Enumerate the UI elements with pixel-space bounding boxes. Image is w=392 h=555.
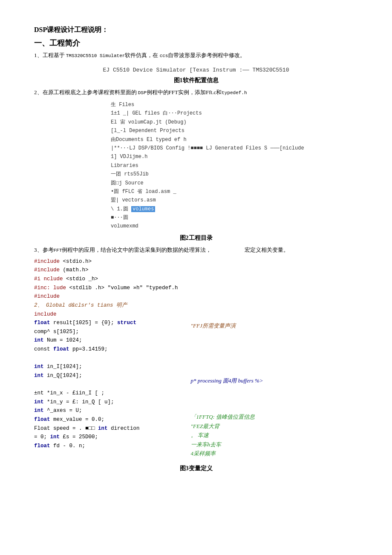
annot-fftq: 「1FFTQ: 值峰值位置信息 <box>191 412 263 421</box>
fig2-caption: 图2工程目录 <box>34 234 358 242</box>
tree-line-5: 由Documents El typed ef h <box>111 135 358 144</box>
code-line-18: float fd - 0. n; <box>34 442 178 451</box>
point3: 3、参考FFT例程中的应用，结合论文中的雷达采集到的数据的处理算法， 宏定义相关… <box>34 246 358 254</box>
code-line-10: int in_I[1024]; <box>34 362 178 371</box>
annot-spacer-13 <box>191 385 263 394</box>
code-line-13: int *in_y = £: in_Q [ u]; <box>34 398 178 407</box>
point2-prefix: 2、在原工程根底之上参考课程资料里面的 <box>34 89 138 95</box>
code-line-14: int ^_axes = U; <box>34 406 178 415</box>
annot-spacer-7 <box>191 312 263 321</box>
annot-spacer-3 <box>191 276 263 285</box>
annot-spacer-2 <box>191 266 263 275</box>
code-annotations: "FFJ所需变量声演 p* processing 面4用 buffers %> … <box>191 257 263 458</box>
page-container: DSP课程设计工程说明： 一、工程简介 1、工程基于 TMS320C5510 S… <box>34 26 358 472</box>
code-line-9: const float pp=3.14159; <box>34 345 178 354</box>
annot-spacer-1 <box>191 257 263 266</box>
code-line-4: #inc: lude <stdlib .h> "volume »h" "type… <box>34 284 178 293</box>
tree-line-8: Libraries <box>111 161 358 170</box>
point1-text2: 自带波形显示参考例程中修改。 <box>168 52 245 58</box>
point2: 2、在原工程根底之上参考课程资料里面的 DSP例程中的FFT实例，添加Fft.c… <box>34 89 358 96</box>
code-line-15: float mex_value = 0.0; <box>34 415 178 424</box>
tree-line-14: ■···圆 <box>111 213 358 222</box>
code-line-17: = 0; int £s = 25D00; <box>34 433 178 442</box>
code-line-11: int in_Q[1024]; <box>34 371 178 380</box>
annot-spacer-6 <box>191 303 263 312</box>
point1-label: 1、工程基于 <box>34 52 66 58</box>
annot-spacer-9 <box>191 339 263 348</box>
tree-line-3: El 宙 volumCap.jt (Debug) <box>111 118 358 127</box>
tree-line-6: |**···LJ DSP/BIOS Config !■■■■ LJ Genera… <box>111 144 358 152</box>
annot-car: 一来车h去车 <box>191 440 263 449</box>
code-line-8: int Num = 1024; <box>34 336 178 345</box>
code-line-include2: include <box>34 310 178 319</box>
point2-typedef: typedef.h <box>222 90 247 95</box>
code-blank-1 <box>34 354 178 363</box>
fig3-caption: 图3变量定义 <box>34 465 358 472</box>
tree-line-7: 1] VDJijme.h <box>111 152 358 161</box>
code-line-7: comp^ s[1025]; <box>34 328 178 336</box>
annot-fez: "FEZ最大背 <box>191 422 263 431</box>
code-line-6: float result[1025] = {0}; struct <box>34 319 178 328</box>
tree-line-13: \ 1.圆 volumes <box>111 205 358 213</box>
section1-point1: 1、工程基于 TMS320C5510 Simulater软件仿真，在 ccs自带… <box>34 52 358 59</box>
tree-line-15: volumexmd <box>111 222 358 230</box>
point2-dsp: DSP <box>138 90 147 95</box>
tree-line-10: 圆□j Source <box>111 179 358 187</box>
code-section: #include <stdio.h> #include (math.h> #i … <box>34 257 358 458</box>
annot-spacer-15 <box>191 403 263 412</box>
code-line-5: #include <box>34 292 178 301</box>
section1-heading: 一、工程简介 <box>34 38 358 48</box>
annot-spacer-8 <box>191 330 263 339</box>
tree-line-4: [l_-l Dependent Projects <box>111 127 358 135</box>
file-tree: 生 Files 1±1 _| GEL files 白···Projects El… <box>111 101 358 231</box>
annot-spacer-12 <box>191 367 263 376</box>
fig1-caption: 图1软件配置信息 <box>34 77 358 84</box>
tree-highlight: volumes <box>131 206 155 212</box>
annot-spacer-11 <box>191 358 263 367</box>
page-title: DSP课程设计工程说明： <box>34 26 358 35</box>
annot-spacer-14 <box>191 394 263 403</box>
code-blank-2 <box>34 380 178 389</box>
annot-sample: 4采样频率 <box>191 449 263 458</box>
annot-fft: "FFJ所需变量声演 <box>191 321 263 330</box>
tree-line-12: 盟| vectors.asm <box>111 196 358 204</box>
annot-spacer-10 <box>191 348 263 357</box>
code-line-16: Float speed = . ■□□ int direction <box>34 424 178 433</box>
code-line-3: #i nclude <stdio _h> <box>34 275 178 284</box>
tree-line-2: 1±1 _| GEL files 白···Projects <box>111 109 358 118</box>
point3-text: 3、参考FFT例程中的应用，结合论文中的雷达采集到的数据的处理算法， 宏定义相关… <box>34 247 289 253</box>
point1-text1: 软件仿真，在 <box>125 52 159 58</box>
tree-line-1: 生 Files <box>111 101 358 109</box>
tree-line-9: 一团 rts55Jib <box>111 170 358 178</box>
tree-line-11: •圆 fFLC 省 load.asm _ <box>111 187 358 196</box>
code-line-1: #include <stdio.h> <box>34 257 178 266</box>
simulator-line: EJ C5510 Device Simulator [Texas Instrum… <box>34 67 358 73</box>
point1-ccs: ccs <box>160 53 168 58</box>
code-left: #include <stdio.h> #include (math.h> #i … <box>34 257 178 458</box>
code-annot-1: 2、 Global d&clsr's tians 明产 <box>34 301 178 310</box>
point2-text: 例程中的FFT实例，添加Fft.c和 <box>147 89 222 95</box>
code-line-2: #include (math.h> <box>34 266 178 275</box>
annot-proc: p* processing 面4用 buffers %> <box>191 376 263 385</box>
code-line-12: ±nt *in_x - £iin_I [ ; <box>34 389 178 398</box>
annot-speed: 。 车速 <box>191 431 263 440</box>
point1-simulator: TMS320C5510 Simulater <box>66 53 125 58</box>
annot-spacer-5 <box>191 294 263 303</box>
annot-spacer-4 <box>191 285 263 293</box>
